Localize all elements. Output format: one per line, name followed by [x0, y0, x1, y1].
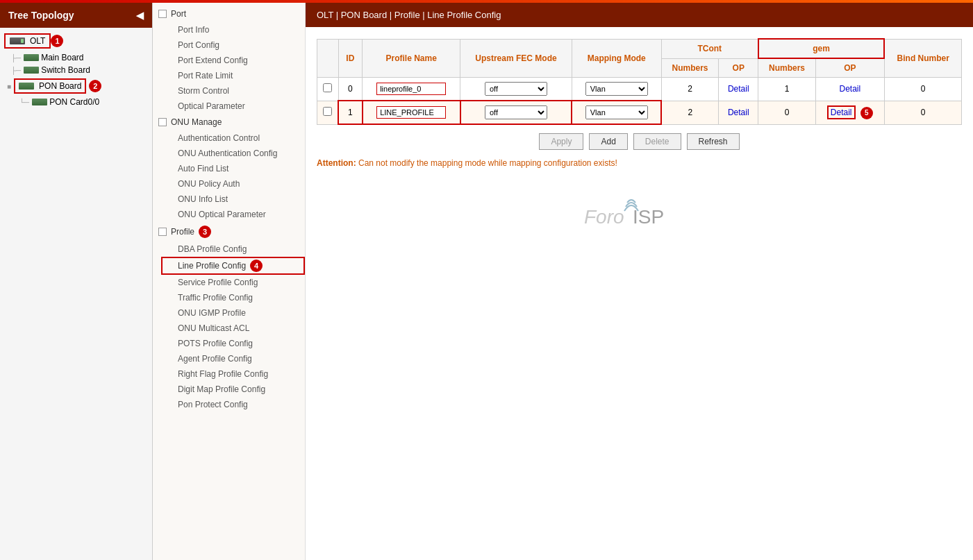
- row1-gem-numbers: 0: [758, 101, 815, 124]
- onu-manage-checkbox[interactable]: [158, 118, 167, 126]
- foro-isp-logo: Foro ISP: [584, 196, 695, 237]
- row0-gem-detail-link[interactable]: Detail: [840, 84, 861, 94]
- row0-fec-select[interactable]: off on: [485, 82, 547, 96]
- menu-port-rate-limit[interactable]: Port Rate Limit: [161, 68, 305, 83]
- menu-port-config[interactable]: Port Config: [161, 37, 305, 53]
- attention-message: Can not modify the mapping mode while ma…: [358, 158, 617, 168]
- olt-badge: 1: [51, 35, 63, 47]
- menu-onu-optical-param[interactable]: ONU Optical Parameter: [161, 207, 305, 222]
- menu-port-extend-config[interactable]: Port Extend Config: [161, 53, 305, 68]
- th-profile-name: Profile Name: [363, 39, 460, 78]
- pon-board-label: PON Board: [39, 81, 81, 91]
- menu-onu-auth-config[interactable]: ONU Authentication Config: [161, 146, 305, 161]
- tree-main-board-row[interactable]: ├─ Main Board: [0, 51, 152, 64]
- olt-box[interactable]: OLT: [4, 33, 51, 49]
- row0-gem-op: Detail: [815, 78, 884, 101]
- row0-tcont-numbers: 2: [661, 78, 718, 101]
- row1-gem-badge: 5: [860, 107, 873, 119]
- row1-gem-op: Detail 5: [815, 101, 884, 124]
- sidebar-header[interactable]: Tree Topology ◀: [0, 3, 152, 28]
- sidebar-title: Tree Topology: [8, 10, 74, 21]
- menu-auth-control[interactable]: Authentication Control: [161, 130, 305, 146]
- row1-tcont-detail-link[interactable]: Detail: [728, 108, 749, 117]
- row0-profile-name-input[interactable]: [376, 83, 446, 95]
- tree-pon-card-row[interactable]: └─ PON Card0/0: [0, 96, 152, 108]
- menu-dba-profile[interactable]: DBA Profile Config: [161, 241, 305, 257]
- row0-tcont-detail-link[interactable]: Detail: [728, 84, 749, 94]
- th-id: ID: [338, 39, 363, 78]
- add-button[interactable]: Add: [589, 133, 627, 150]
- menu-onu-policy-auth[interactable]: ONU Policy Auth: [161, 176, 305, 192]
- menu-digit-map-profile[interactable]: Digit Map Profile Config: [161, 382, 305, 397]
- refresh-button[interactable]: Refresh: [687, 133, 740, 150]
- row0-fec-mode: off on: [460, 78, 572, 101]
- th-upstream-fec-mode: Upstream FEC Mode: [460, 39, 572, 78]
- onu-manage-title: ONU Manage: [171, 117, 222, 127]
- th-checkbox: [317, 39, 339, 78]
- tree-switch-board-row[interactable]: ├─ Switch Board: [0, 64, 152, 76]
- row1-tcont-numbers: 2: [661, 101, 718, 124]
- apply-button[interactable]: Apply: [539, 133, 583, 150]
- row1-fec-select[interactable]: off on: [485, 105, 547, 119]
- switch-board-icon: [24, 67, 39, 74]
- row0-checkbox-cell: [317, 78, 339, 101]
- row0-profile-name: [363, 78, 460, 101]
- action-bar: Apply Add Delete Refresh: [317, 133, 962, 150]
- th-bind-number: Bind Number: [884, 39, 961, 78]
- th-mapping-mode: Mapping Mode: [572, 39, 661, 78]
- menu-pon-protect-config[interactable]: Pon Protect Config: [161, 397, 305, 412]
- main-content: ID Profile Name Upstream FEC Mode Mappin…: [306, 27, 973, 560]
- th-tcont-numbers: Numbers: [661, 58, 718, 78]
- menu-onu-igmp-profile[interactable]: ONU IGMP Profile: [161, 305, 305, 321]
- row1-profile-name-input[interactable]: [376, 106, 446, 119]
- menu-right-flag-profile[interactable]: Right Flag Profile Config: [161, 366, 305, 382]
- profile-checkbox[interactable]: [158, 228, 167, 236]
- line-profile-table: ID Profile Name Upstream FEC Mode Mappin…: [317, 38, 962, 125]
- onu-manage-header[interactable]: ONU Manage: [153, 114, 305, 130]
- pon-card-label: PON Card0/0: [49, 97, 99, 107]
- delete-button[interactable]: Delete: [633, 133, 681, 150]
- profile-badge: 3: [199, 226, 211, 238]
- row0-checkbox[interactable]: [323, 83, 332, 92]
- menu-onu-multicast-acl[interactable]: ONU Multicast ACL: [161, 321, 305, 336]
- row1-checkbox-cell: [317, 101, 339, 124]
- th-gem-op: OP: [815, 58, 884, 78]
- table-scroll-container[interactable]: ID Profile Name Upstream FEC Mode Mappin…: [317, 38, 962, 125]
- profile-section-title: Profile: [171, 227, 194, 237]
- row0-bind-number: 0: [884, 78, 961, 101]
- port-section-header[interactable]: Port: [153, 6, 305, 22]
- menu-auto-find-list[interactable]: Auto Find List: [161, 161, 305, 176]
- port-checkbox[interactable]: [158, 10, 167, 18]
- row1-fec-mode: off on: [460, 101, 572, 124]
- port-sub-section: Port Info Port Config Port Extend Config…: [153, 22, 305, 114]
- row0-gem-numbers: 1: [758, 78, 815, 101]
- menu-line-profile[interactable]: Line Profile Config 4: [161, 257, 305, 275]
- menu-port-info[interactable]: Port Info: [161, 22, 305, 37]
- main-layout: Tree Topology ◀ OLT 1 ├─ Main Board: [0, 3, 973, 560]
- sidebar-collapse-icon[interactable]: ◀: [136, 10, 144, 21]
- row0-id: 0: [338, 78, 363, 101]
- row1-gem-detail-link[interactable]: Detail: [827, 105, 856, 119]
- sidebar: Tree Topology ◀ OLT 1 ├─ Main Board: [0, 3, 153, 560]
- row0-mapping-select[interactable]: Vlan Gem Port GEM: [585, 82, 648, 96]
- olt-icon: [10, 37, 25, 44]
- pon-board-box[interactable]: PON Board: [14, 78, 86, 94]
- th-gem-numbers: Numbers: [758, 58, 815, 78]
- menu-service-profile[interactable]: Service Profile Config: [161, 275, 305, 290]
- th-tcont-op: OP: [719, 58, 758, 78]
- main-board-icon: [24, 54, 39, 61]
- pon-board-badge: 2: [89, 80, 101, 92]
- row0-tcont-op: Detail: [719, 78, 758, 101]
- menu-onu-info-list[interactable]: ONU Info List: [161, 192, 305, 207]
- menu-traffic-profile[interactable]: Traffic Profile Config: [161, 290, 305, 305]
- profile-section-header[interactable]: Profile 3: [153, 222, 305, 241]
- row1-mapping-select[interactable]: Vlan Gem Port GEM: [585, 105, 648, 119]
- row1-checkbox[interactable]: [323, 107, 332, 116]
- menu-pots-profile[interactable]: POTS Profile Config: [161, 336, 305, 351]
- tree-pon-board-row: ■ PON Board 2: [0, 76, 152, 96]
- menu-optical-parameter[interactable]: Optical Parameter: [161, 99, 305, 114]
- menu-storm-control[interactable]: Storm Control: [161, 83, 305, 99]
- line-profile-badge: 4: [250, 260, 263, 272]
- table-row: 0 off on: [317, 78, 962, 101]
- menu-agent-profile[interactable]: Agent Profile Config: [161, 351, 305, 366]
